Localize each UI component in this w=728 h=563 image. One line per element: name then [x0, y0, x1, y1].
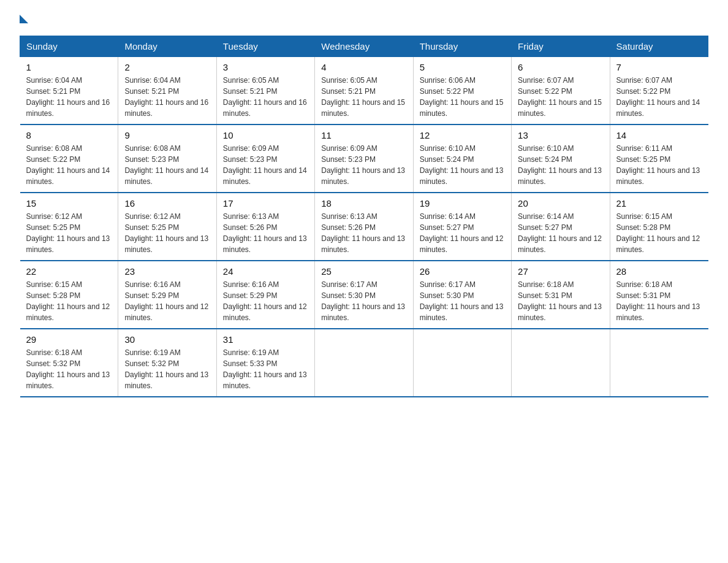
day-info: Sunrise: 6:17 AMSunset: 5:30 PMDaylight:… — [321, 279, 406, 323]
calendar-cell — [315, 329, 413, 397]
day-number: 25 — [321, 266, 406, 277]
day-info: Sunrise: 6:08 AMSunset: 5:22 PMDaylight:… — [26, 143, 112, 187]
day-number: 10 — [223, 130, 308, 140]
day-info: Sunrise: 6:15 AMSunset: 5:28 PMDaylight:… — [616, 211, 702, 255]
day-number: 30 — [124, 334, 210, 345]
day-info: Sunrise: 6:08 AMSunset: 5:23 PMDaylight:… — [124, 143, 210, 187]
weekday-header-tuesday: Tuesday — [216, 36, 314, 57]
weekday-header-wednesday: Wednesday — [315, 36, 413, 57]
calendar-cell: 19Sunrise: 6:14 AMSunset: 5:27 PMDayligh… — [413, 193, 511, 261]
calendar-cell: 8Sunrise: 6:08 AMSunset: 5:22 PMDaylight… — [20, 124, 118, 193]
day-number: 7 — [616, 62, 702, 72]
calendar-cell: 31Sunrise: 6:19 AMSunset: 5:33 PMDayligh… — [216, 329, 314, 397]
day-number: 2 — [124, 62, 210, 72]
day-info: Sunrise: 6:19 AMSunset: 5:32 PMDaylight:… — [124, 347, 210, 391]
calendar-cell: 20Sunrise: 6:14 AMSunset: 5:27 PMDayligh… — [512, 193, 610, 261]
day-info: Sunrise: 6:18 AMSunset: 5:31 PMDaylight:… — [518, 279, 603, 323]
logo — [20, 15, 28, 23]
day-info: Sunrise: 6:10 AMSunset: 5:24 PMDaylight:… — [518, 143, 603, 187]
weekday-header-friday: Friday — [512, 36, 610, 57]
day-number: 5 — [420, 62, 505, 72]
day-number: 22 — [26, 266, 112, 277]
calendar-cell: 30Sunrise: 6:19 AMSunset: 5:32 PMDayligh… — [118, 329, 216, 397]
calendar-cell — [512, 329, 610, 397]
calendar-cell: 21Sunrise: 6:15 AMSunset: 5:28 PMDayligh… — [610, 193, 708, 261]
calendar-cell: 23Sunrise: 6:16 AMSunset: 5:29 PMDayligh… — [118, 261, 216, 329]
day-info: Sunrise: 6:14 AMSunset: 5:27 PMDaylight:… — [518, 211, 603, 255]
day-info: Sunrise: 6:12 AMSunset: 5:25 PMDaylight:… — [26, 211, 112, 255]
day-info: Sunrise: 6:09 AMSunset: 5:23 PMDaylight:… — [321, 143, 406, 187]
calendar-cell: 12Sunrise: 6:10 AMSunset: 5:24 PMDayligh… — [413, 124, 511, 193]
day-number: 9 — [124, 130, 210, 140]
calendar-cell: 22Sunrise: 6:15 AMSunset: 5:28 PMDayligh… — [20, 261, 118, 329]
day-number: 18 — [321, 198, 406, 209]
calendar-cell: 3Sunrise: 6:05 AMSunset: 5:21 PMDaylight… — [216, 57, 314, 125]
day-number: 12 — [420, 130, 505, 140]
calendar-cell: 9Sunrise: 6:08 AMSunset: 5:23 PMDaylight… — [118, 124, 216, 193]
day-info: Sunrise: 6:18 AMSunset: 5:31 PMDaylight:… — [616, 279, 702, 323]
calendar-week-row: 29Sunrise: 6:18 AMSunset: 5:32 PMDayligh… — [20, 329, 708, 397]
day-number: 11 — [321, 130, 406, 140]
calendar-week-row: 15Sunrise: 6:12 AMSunset: 5:25 PMDayligh… — [20, 193, 708, 261]
day-number: 3 — [223, 62, 308, 72]
calendar-cell: 7Sunrise: 6:07 AMSunset: 5:22 PMDaylight… — [610, 57, 708, 125]
day-info: Sunrise: 6:16 AMSunset: 5:29 PMDaylight:… — [223, 279, 308, 323]
day-number: 1 — [26, 62, 112, 72]
day-info: Sunrise: 6:18 AMSunset: 5:32 PMDaylight:… — [26, 347, 112, 391]
day-number: 21 — [616, 198, 702, 209]
day-info: Sunrise: 6:14 AMSunset: 5:27 PMDaylight:… — [420, 211, 505, 255]
calendar-week-row: 22Sunrise: 6:15 AMSunset: 5:28 PMDayligh… — [20, 261, 708, 329]
day-info: Sunrise: 6:05 AMSunset: 5:21 PMDaylight:… — [223, 75, 308, 119]
calendar-cell: 16Sunrise: 6:12 AMSunset: 5:25 PMDayligh… — [118, 193, 216, 261]
day-number: 20 — [518, 198, 603, 209]
day-number: 4 — [321, 62, 406, 72]
day-number: 13 — [518, 130, 603, 140]
weekday-header-row: SundayMondayTuesdayWednesdayThursdayFrid… — [20, 36, 708, 57]
day-number: 6 — [518, 62, 603, 72]
day-number: 14 — [616, 130, 702, 140]
calendar-cell: 26Sunrise: 6:17 AMSunset: 5:30 PMDayligh… — [413, 261, 511, 329]
calendar-cell: 2Sunrise: 6:04 AMSunset: 5:21 PMDaylight… — [118, 57, 216, 125]
day-info: Sunrise: 6:04 AMSunset: 5:21 PMDaylight:… — [26, 75, 112, 119]
calendar-cell: 27Sunrise: 6:18 AMSunset: 5:31 PMDayligh… — [512, 261, 610, 329]
calendar-cell: 17Sunrise: 6:13 AMSunset: 5:26 PMDayligh… — [216, 193, 314, 261]
day-number: 27 — [518, 266, 603, 277]
day-info: Sunrise: 6:19 AMSunset: 5:33 PMDaylight:… — [223, 347, 308, 391]
calendar-cell: 14Sunrise: 6:11 AMSunset: 5:25 PMDayligh… — [610, 124, 708, 193]
calendar-cell: 4Sunrise: 6:05 AMSunset: 5:21 PMDaylight… — [315, 57, 413, 125]
weekday-header-sunday: Sunday — [20, 36, 118, 57]
day-info: Sunrise: 6:09 AMSunset: 5:23 PMDaylight:… — [223, 143, 308, 187]
day-number: 8 — [26, 130, 112, 140]
calendar-cell: 13Sunrise: 6:10 AMSunset: 5:24 PMDayligh… — [512, 124, 610, 193]
day-number: 15 — [26, 198, 112, 209]
logo-triangle-icon — [20, 15, 28, 23]
weekday-header-thursday: Thursday — [413, 36, 511, 57]
day-info: Sunrise: 6:16 AMSunset: 5:29 PMDaylight:… — [124, 279, 210, 323]
calendar-week-row: 8Sunrise: 6:08 AMSunset: 5:22 PMDaylight… — [20, 124, 708, 193]
day-number: 28 — [616, 266, 702, 277]
calendar-cell: 6Sunrise: 6:07 AMSunset: 5:22 PMDaylight… — [512, 57, 610, 125]
day-info: Sunrise: 6:17 AMSunset: 5:30 PMDaylight:… — [420, 279, 505, 323]
calendar-body: 1Sunrise: 6:04 AMSunset: 5:21 PMDaylight… — [20, 57, 708, 397]
day-info: Sunrise: 6:04 AMSunset: 5:21 PMDaylight:… — [124, 75, 210, 119]
calendar-cell: 10Sunrise: 6:09 AMSunset: 5:23 PMDayligh… — [216, 124, 314, 193]
day-number: 16 — [124, 198, 210, 209]
day-info: Sunrise: 6:13 AMSunset: 5:26 PMDaylight:… — [223, 211, 308, 255]
calendar-cell: 28Sunrise: 6:18 AMSunset: 5:31 PMDayligh… — [610, 261, 708, 329]
calendar-cell — [413, 329, 511, 397]
weekday-header-saturday: Saturday — [610, 36, 708, 57]
calendar-cell: 1Sunrise: 6:04 AMSunset: 5:21 PMDaylight… — [20, 57, 118, 125]
day-info: Sunrise: 6:10 AMSunset: 5:24 PMDaylight:… — [420, 143, 505, 187]
day-info: Sunrise: 6:11 AMSunset: 5:25 PMDaylight:… — [616, 143, 702, 187]
day-info: Sunrise: 6:05 AMSunset: 5:21 PMDaylight:… — [321, 75, 406, 119]
day-number: 19 — [420, 198, 505, 209]
day-info: Sunrise: 6:15 AMSunset: 5:28 PMDaylight:… — [26, 279, 112, 323]
calendar-week-row: 1Sunrise: 6:04 AMSunset: 5:21 PMDaylight… — [20, 57, 708, 125]
calendar-cell: 11Sunrise: 6:09 AMSunset: 5:23 PMDayligh… — [315, 124, 413, 193]
weekday-header-monday: Monday — [118, 36, 216, 57]
day-number: 17 — [223, 198, 308, 209]
day-info: Sunrise: 6:07 AMSunset: 5:22 PMDaylight:… — [616, 75, 702, 119]
day-number: 24 — [223, 266, 308, 277]
calendar-cell — [610, 329, 708, 397]
day-number: 31 — [223, 334, 308, 345]
